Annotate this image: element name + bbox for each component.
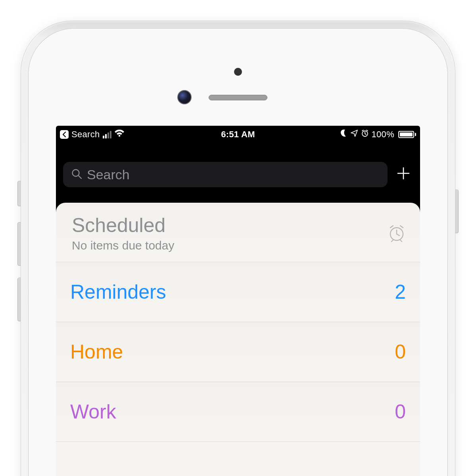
svg-point-1 [73, 170, 79, 177]
search-icon [71, 168, 82, 181]
alarm-set-icon [361, 129, 369, 140]
search-bar-row: Search [56, 160, 420, 189]
list-card[interactable]: Reminders2 [56, 262, 420, 322]
lists-stack: Scheduled No items due today Reminders2H… [56, 203, 420, 476]
screen: Search 6:51 AM [56, 126, 420, 476]
chevron-left-icon [62, 132, 67, 137]
status-time: 6:51 AM [221, 129, 255, 140]
plus-icon [396, 166, 411, 180]
status-left: Search [60, 129, 125, 140]
scheduled-subtitle: No items due today [72, 239, 174, 252]
list-card[interactable]: Home0 [56, 322, 420, 382]
search-placeholder: Search [87, 167, 130, 182]
list-name: Home [70, 341, 123, 363]
cellular-signal-icon [103, 131, 111, 138]
list-name: Reminders [70, 281, 166, 303]
status-bar: Search 6:51 AM [56, 126, 420, 143]
list-card[interactable]: Work0 [56, 382, 420, 442]
scheduled-card[interactable]: Scheduled No items due today [56, 203, 420, 262]
back-to-search-button[interactable] [60, 130, 69, 139]
location-icon [350, 129, 358, 140]
battery-icon [397, 131, 416, 138]
alarm-clock-icon [388, 224, 406, 244]
proximity-sensor [234, 68, 242, 76]
battery-percentage: 100% [372, 129, 394, 140]
search-input[interactable]: Search [63, 162, 388, 187]
status-right: 100% [340, 129, 416, 140]
phone-frame: Search 6:51 AM [21, 21, 455, 476]
earpiece-speaker [209, 95, 267, 100]
scheduled-title: Scheduled [72, 215, 174, 236]
list-name: Work [70, 401, 116, 423]
add-list-button[interactable] [395, 166, 412, 183]
phone-bezel: Search 6:51 AM [28, 28, 448, 476]
back-to-search-label[interactable]: Search [71, 129, 100, 140]
do-not-disturb-icon [340, 129, 347, 140]
front-camera [177, 90, 192, 104]
wifi-icon [114, 129, 125, 140]
list-count: 0 [395, 340, 406, 363]
list-count: 2 [395, 280, 406, 303]
list-count: 0 [395, 400, 406, 423]
